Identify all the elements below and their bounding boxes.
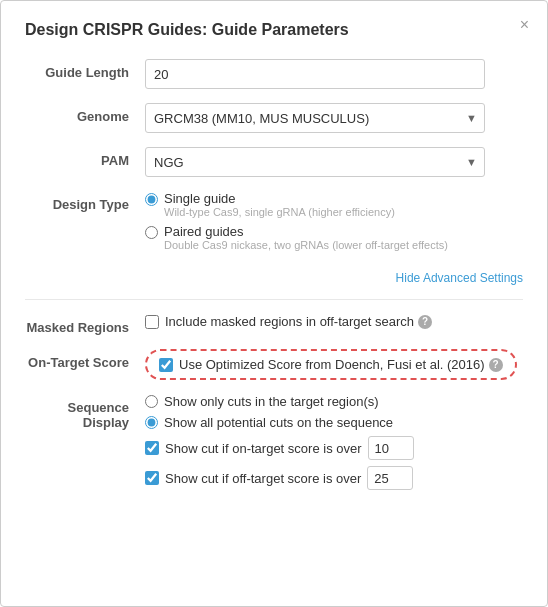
genome-control: GRCM38 (MM10, MUS MUSCULUS) HG38 (HG38, … bbox=[145, 103, 523, 133]
genome-select-wrap: GRCM38 (MM10, MUS MUSCULUS) HG38 (HG38, … bbox=[145, 103, 485, 133]
masked-regions-label: Masked Regions bbox=[25, 314, 145, 335]
on-target-label: On-Target Score bbox=[25, 349, 145, 370]
sequence-display-label: Sequence Display bbox=[25, 394, 145, 430]
seq-radio-row-1: Show only cuts in the target region(s) bbox=[145, 394, 523, 409]
seq-option1-label: Show only cuts in the target region(s) bbox=[164, 394, 379, 409]
genome-label: Genome bbox=[25, 103, 145, 124]
paired-guides-label: Paired guides bbox=[164, 224, 244, 239]
design-type-control: Single guide Wild-type Cas9, single gRNA… bbox=[145, 191, 523, 257]
dialog: × Design CRISPR Guides: Guide Parameters… bbox=[0, 0, 548, 607]
single-guide-sub: Wild-type Cas9, single gRNA (higher effi… bbox=[164, 206, 395, 218]
on-target-checkbox-label: Use Optimized Score from Doench, Fusi et… bbox=[179, 357, 485, 372]
masked-regions-row: Masked Regions Include masked regions in… bbox=[25, 314, 523, 335]
design-type-label: Design Type bbox=[25, 191, 145, 212]
single-guide-label: Single guide bbox=[164, 191, 236, 206]
seq-check-1[interactable] bbox=[145, 441, 159, 455]
seq-check-row-2: Show cut if off-target score is over bbox=[145, 466, 523, 490]
masked-regions-checkbox[interactable] bbox=[145, 315, 159, 329]
masked-regions-help-icon[interactable]: ? bbox=[418, 315, 432, 329]
pam-control: NGG NAG TTTN ▼ bbox=[145, 147, 523, 177]
single-guide-option: Single guide Wild-type Cas9, single gRNA… bbox=[145, 191, 523, 218]
seq-check-row-1: Show cut if on-target score is over bbox=[145, 436, 523, 460]
seq-display-options: Show only cuts in the target region(s) S… bbox=[145, 394, 523, 490]
masked-regions-checkbox-label: Include masked regions in off-target sea… bbox=[165, 314, 414, 329]
seq-option2-label: Show all potential cuts on the sequence bbox=[164, 415, 393, 430]
on-target-row: On-Target Score Use Optimized Score from… bbox=[25, 349, 523, 380]
masked-regions-checkbox-row: Include masked regions in off-target sea… bbox=[145, 314, 523, 329]
advanced-section: Masked Regions Include masked regions in… bbox=[25, 314, 523, 490]
sequence-display-control: Show only cuts in the target region(s) S… bbox=[145, 394, 523, 490]
pam-label: PAM bbox=[25, 147, 145, 168]
on-target-control: Use Optimized Score from Doench, Fusi et… bbox=[145, 349, 523, 380]
masked-regions-control: Include masked regions in off-target sea… bbox=[145, 314, 523, 329]
paired-guides-radio[interactable] bbox=[145, 226, 158, 239]
close-button[interactable]: × bbox=[520, 17, 529, 33]
single-guide-text: Single guide Wild-type Cas9, single gRNA… bbox=[164, 191, 395, 218]
hide-advanced-link[interactable]: Hide Advanced Settings bbox=[25, 271, 523, 285]
seq-check1-value-input[interactable] bbox=[368, 436, 414, 460]
hide-advanced-wrap: Hide Advanced Settings bbox=[25, 271, 523, 285]
pam-row: PAM NGG NAG TTTN ▼ bbox=[25, 147, 523, 177]
guide-length-row: Guide Length bbox=[25, 59, 523, 89]
seq-radio-1[interactable] bbox=[145, 395, 158, 408]
seq-check1-label: Show cut if on-target score is over bbox=[165, 441, 362, 456]
paired-guides-sub: Double Cas9 nickase, two gRNAs (lower of… bbox=[164, 239, 448, 251]
pam-select[interactable]: NGG NAG TTTN bbox=[145, 147, 485, 177]
guide-length-input[interactable] bbox=[145, 59, 485, 89]
paired-guides-text: Paired guides Double Cas9 nickase, two g… bbox=[164, 224, 448, 251]
on-target-box: Use Optimized Score from Doench, Fusi et… bbox=[145, 349, 517, 380]
pam-select-wrap: NGG NAG TTTN ▼ bbox=[145, 147, 485, 177]
on-target-help-icon[interactable]: ? bbox=[489, 358, 503, 372]
genome-row: Genome GRCM38 (MM10, MUS MUSCULUS) HG38 … bbox=[25, 103, 523, 133]
seq-check-2[interactable] bbox=[145, 471, 159, 485]
seq-radio-2[interactable] bbox=[145, 416, 158, 429]
guide-length-control bbox=[145, 59, 523, 89]
seq-radio-row-2: Show all potential cuts on the sequence bbox=[145, 415, 523, 430]
on-target-checkbox[interactable] bbox=[159, 358, 173, 372]
guide-length-label: Guide Length bbox=[25, 59, 145, 80]
sequence-display-row: Sequence Display Show only cuts in the t… bbox=[25, 394, 523, 490]
design-type-row: Design Type Single guide Wild-type Cas9,… bbox=[25, 191, 523, 257]
dialog-title: Design CRISPR Guides: Guide Parameters bbox=[25, 21, 523, 39]
single-guide-radio[interactable] bbox=[145, 193, 158, 206]
advanced-divider bbox=[25, 299, 523, 300]
seq-check2-label: Show cut if off-target score is over bbox=[165, 471, 361, 486]
seq-check2-value-input[interactable] bbox=[367, 466, 413, 490]
genome-select[interactable]: GRCM38 (MM10, MUS MUSCULUS) HG38 (HG38, … bbox=[145, 103, 485, 133]
paired-guides-option: Paired guides Double Cas9 nickase, two g… bbox=[145, 224, 523, 251]
